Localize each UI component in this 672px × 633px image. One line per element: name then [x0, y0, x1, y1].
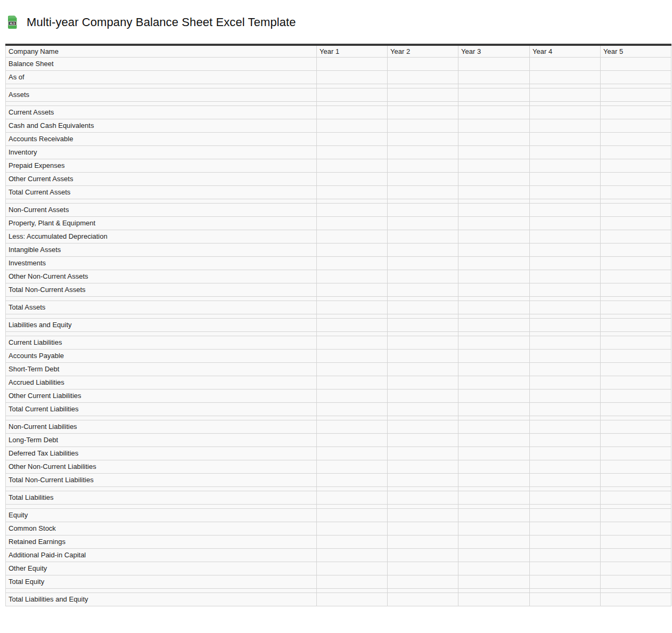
year-value-cell[interactable]: [317, 362, 388, 376]
year-value-cell[interactable]: [388, 508, 458, 522]
year-value-cell[interactable]: [601, 132, 671, 145]
year-value-cell[interactable]: [601, 216, 671, 230]
year-value-cell[interactable]: [458, 216, 530, 230]
year-value-cell[interactable]: [458, 376, 530, 389]
year-value-cell[interactable]: [388, 106, 458, 119]
year-value-cell[interactable]: [388, 57, 458, 70]
year-value-cell[interactable]: [317, 420, 388, 433]
year-value-cell[interactable]: [530, 106, 601, 119]
year-value-cell[interactable]: [388, 376, 458, 389]
year-value-cell[interactable]: [530, 535, 601, 548]
year-value-cell[interactable]: [458, 575, 530, 588]
year-value-cell[interactable]: [388, 243, 458, 256]
year-value-cell[interactable]: [601, 256, 671, 270]
year-value-cell[interactable]: [530, 522, 601, 535]
year-value-cell[interactable]: [601, 433, 671, 447]
year-value-cell[interactable]: [458, 57, 530, 70]
year-value-cell[interactable]: [458, 243, 530, 256]
year-value-cell[interactable]: [317, 318, 388, 331]
year-value-cell[interactable]: [388, 420, 458, 433]
year-value-cell[interactable]: [530, 318, 601, 331]
year-value-cell[interactable]: [458, 491, 530, 504]
year-value-cell[interactable]: [458, 562, 530, 575]
year-value-cell[interactable]: [601, 106, 671, 119]
year-value-cell[interactable]: [458, 473, 530, 486]
year-value-cell[interactable]: [601, 349, 671, 362]
year-value-cell[interactable]: [530, 216, 601, 230]
year-value-cell[interactable]: [388, 535, 458, 548]
year-value-cell[interactable]: [601, 593, 671, 606]
year-value-cell[interactable]: [530, 301, 601, 314]
year-value-cell[interactable]: [458, 402, 530, 416]
year-value-cell[interactable]: [458, 88, 530, 101]
year-value-cell[interactable]: [317, 522, 388, 535]
year-value-cell[interactable]: [530, 336, 601, 349]
year-value-cell[interactable]: [601, 562, 671, 575]
year-value-cell[interactable]: [317, 349, 388, 362]
year-value-cell[interactable]: [388, 70, 458, 84]
year-value-cell[interactable]: [317, 593, 388, 606]
year-value-cell[interactable]: [458, 70, 530, 84]
year-value-cell[interactable]: [530, 548, 601, 562]
year-value-cell[interactable]: [458, 460, 530, 473]
year-value-cell[interactable]: [317, 508, 388, 522]
year-value-cell[interactable]: [601, 203, 671, 216]
year-value-cell[interactable]: [458, 256, 530, 270]
year-value-cell[interactable]: [530, 447, 601, 460]
year-value-cell[interactable]: [601, 535, 671, 548]
year-value-cell[interactable]: [458, 349, 530, 362]
year-value-cell[interactable]: [388, 575, 458, 588]
year-value-cell[interactable]: [388, 216, 458, 230]
year-value-cell[interactable]: [458, 145, 530, 159]
year-value-cell[interactable]: [317, 460, 388, 473]
year-value-cell[interactable]: [601, 460, 671, 473]
year-value-cell[interactable]: [601, 336, 671, 349]
year-value-cell[interactable]: [388, 548, 458, 562]
year-value-cell[interactable]: [317, 301, 388, 314]
year-value-cell[interactable]: [530, 575, 601, 588]
year-value-cell[interactable]: [317, 548, 388, 562]
year-value-cell[interactable]: [530, 473, 601, 486]
year-value-cell[interactable]: [601, 473, 671, 486]
year-value-cell[interactable]: [317, 119, 388, 132]
year-value-cell[interactable]: [530, 159, 601, 172]
year-value-cell[interactable]: [458, 336, 530, 349]
year-value-cell[interactable]: [317, 575, 388, 588]
year-value-cell[interactable]: [317, 106, 388, 119]
year-value-cell[interactable]: [530, 283, 601, 296]
year-value-cell[interactable]: [458, 132, 530, 145]
year-value-cell[interactable]: [317, 473, 388, 486]
year-value-cell[interactable]: [388, 132, 458, 145]
year-value-cell[interactable]: [601, 57, 671, 70]
year-value-cell[interactable]: [317, 243, 388, 256]
year-value-cell[interactable]: [317, 57, 388, 70]
year-value-cell[interactable]: [388, 88, 458, 101]
year-value-cell[interactable]: [530, 376, 601, 389]
year-value-cell[interactable]: [458, 508, 530, 522]
year-value-cell[interactable]: [388, 283, 458, 296]
year-value-cell[interactable]: [458, 362, 530, 376]
year-value-cell[interactable]: [601, 447, 671, 460]
year-value-cell[interactable]: [601, 70, 671, 84]
year-value-cell[interactable]: [317, 283, 388, 296]
year-value-cell[interactable]: [601, 159, 671, 172]
year-value-cell[interactable]: [388, 460, 458, 473]
year-value-cell[interactable]: [530, 562, 601, 575]
year-value-cell[interactable]: [388, 172, 458, 185]
year-value-cell[interactable]: [530, 270, 601, 283]
year-value-cell[interactable]: [530, 491, 601, 504]
year-value-cell[interactable]: [388, 491, 458, 504]
year-value-cell[interactable]: [601, 575, 671, 588]
year-value-cell[interactable]: [317, 145, 388, 159]
year-value-cell[interactable]: [601, 491, 671, 504]
year-value-cell[interactable]: [317, 230, 388, 243]
year-value-cell[interactable]: [388, 270, 458, 283]
year-value-cell[interactable]: [530, 389, 601, 402]
year-value-cell[interactable]: [458, 420, 530, 433]
year-value-cell[interactable]: [458, 185, 530, 199]
year-value-cell[interactable]: [388, 447, 458, 460]
year-value-cell[interactable]: [317, 376, 388, 389]
year-value-cell[interactable]: [601, 301, 671, 314]
year-value-cell[interactable]: [317, 70, 388, 84]
year-value-cell[interactable]: [530, 433, 601, 447]
